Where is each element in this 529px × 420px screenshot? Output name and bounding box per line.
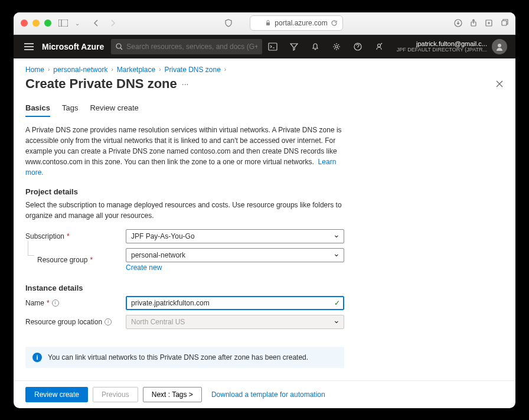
create-new-link[interactable]: Create new	[126, 263, 162, 272]
hamburger-menu-icon[interactable]	[18, 43, 40, 50]
chevron-down-icon[interactable]: ⌄	[75, 20, 80, 27]
brand-label[interactable]: Microsoft Azure	[40, 42, 111, 51]
download-icon[interactable]	[454, 19, 462, 27]
browser-titlebar: ⌄ portal.azure.com	[14, 12, 515, 35]
global-search[interactable]	[111, 39, 262, 54]
settings-icon[interactable]	[326, 35, 347, 58]
address-bar[interactable]: portal.azure.com	[250, 15, 343, 31]
info-message-box: i You can link virtual networks to this …	[25, 347, 344, 368]
review-create-button[interactable]: Review create	[25, 387, 88, 402]
info-icon[interactable]: i	[52, 299, 59, 307]
name-label: Name* i	[25, 299, 126, 307]
download-template-link[interactable]: Download a template for automation	[211, 390, 325, 399]
notifications-icon[interactable]	[305, 35, 326, 58]
footer: Review create Previous Next : Tags > Dow…	[14, 380, 515, 408]
avatar	[492, 39, 507, 54]
breadcrumb-home[interactable]: Home	[25, 66, 44, 74]
azure-header: Microsoft Azure	[14, 35, 515, 58]
forward-button[interactable]	[106, 17, 120, 30]
lock-icon	[265, 20, 271, 26]
subscription-select[interactable]: JPF Pay-As-You-Go	[126, 229, 344, 243]
help-icon[interactable]	[347, 35, 368, 58]
close-blade-button[interactable]	[495, 80, 504, 88]
tabs-icon[interactable]	[500, 19, 508, 27]
svg-point-10	[116, 44, 121, 48]
browser-window: ⌄ portal.azure.com	[14, 12, 515, 408]
project-details-desc: Select the subscription to manage deploy…	[25, 200, 344, 221]
breadcrumb-item[interactable]: Marketplace	[117, 66, 155, 74]
breadcrumb: Home › personal-network › Marketplace › …	[14, 58, 515, 76]
chevron-right-icon: ›	[224, 66, 226, 73]
maximize-window-button[interactable]	[44, 19, 51, 27]
location-label: Resource group location i	[25, 318, 126, 326]
instance-details-heading: Instance details	[25, 284, 504, 292]
chevron-right-icon: ›	[159, 66, 161, 73]
svg-line-11	[120, 48, 122, 50]
tab-basics[interactable]: Basics	[25, 103, 50, 117]
shield-icon[interactable]	[221, 17, 236, 30]
search-icon	[116, 43, 123, 50]
feedback-icon[interactable]	[368, 35, 390, 58]
share-icon[interactable]	[469, 19, 478, 27]
new-tab-icon[interactable]	[485, 19, 493, 27]
name-input[interactable]: private.jpatrickfulton.com	[126, 296, 344, 310]
resource-group-label: Resource group*	[37, 256, 126, 264]
page-title: Create Private DNS zone	[25, 76, 177, 92]
info-message-text: You can link virtual networks to this Pr…	[48, 353, 308, 362]
subscription-label: Subscription*	[25, 232, 126, 240]
url-text: portal.azure.com	[275, 19, 327, 27]
breadcrumb-item[interactable]: personal-network	[53, 66, 107, 74]
sidebar-toggle-icon[interactable]	[56, 17, 70, 30]
svg-rect-6	[502, 21, 507, 25]
minimize-window-button[interactable]	[32, 19, 40, 27]
svg-point-16	[498, 44, 501, 47]
tab-tags[interactable]: Tags	[62, 103, 78, 117]
svg-point-13	[335, 45, 338, 48]
traffic-lights	[21, 19, 51, 27]
project-details-heading: Project details	[25, 187, 504, 196]
reload-icon[interactable]	[331, 19, 338, 27]
close-window-button[interactable]	[21, 19, 28, 27]
info-icon: i	[32, 353, 42, 362]
chevron-right-icon: ›	[48, 66, 50, 73]
cloud-shell-icon[interactable]	[262, 35, 283, 58]
search-input[interactable]	[126, 43, 257, 51]
more-actions-icon[interactable]: ···	[182, 79, 189, 89]
svg-rect-12	[269, 43, 277, 50]
info-icon[interactable]: i	[105, 318, 112, 325]
back-button[interactable]	[89, 17, 103, 30]
next-button[interactable]: Next : Tags >	[143, 387, 202, 402]
previous-button: Previous	[93, 387, 138, 402]
user-menu[interactable]: jpatrick.fulton@gmail.c... JPF DEFAULT D…	[390, 39, 511, 54]
resource-group-select[interactable]: personal-network	[126, 248, 344, 262]
svg-rect-0	[58, 19, 68, 27]
tabs: Basics Tags Review create	[14, 96, 515, 118]
svg-rect-2	[266, 22, 270, 25]
user-directory: JPF DEFAULT DIRECTORY (JPATR...	[397, 47, 487, 53]
chevron-right-icon: ›	[111, 66, 113, 73]
location-select: North Central US	[126, 315, 344, 329]
directories-filter-icon[interactable]	[283, 35, 305, 58]
user-email: jpatrick.fulton@gmail.c...	[397, 40, 487, 47]
breadcrumb-item[interactable]: Private DNS zone	[164, 66, 220, 74]
tab-review-create[interactable]: Review create	[90, 103, 138, 117]
svg-point-15	[377, 44, 380, 47]
intro-text: A Private DNS zone provides name resolut…	[25, 125, 344, 178]
